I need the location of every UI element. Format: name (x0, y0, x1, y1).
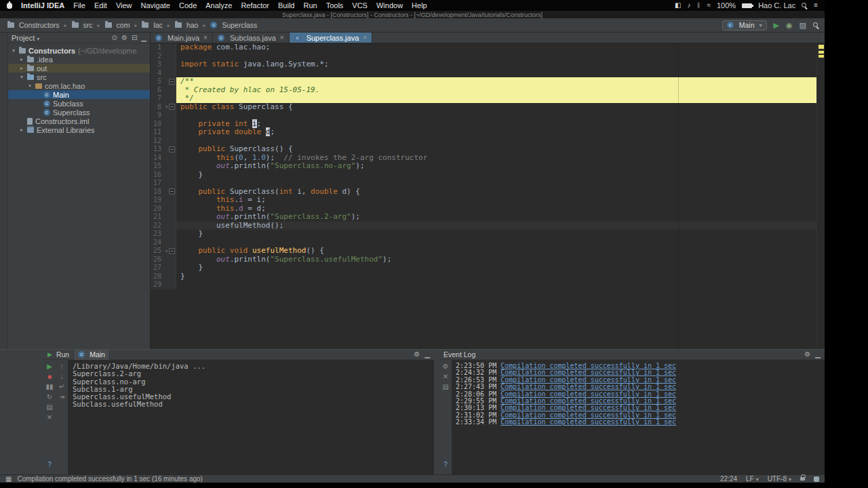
search-everywhere-icon[interactable] (813, 22, 819, 28)
code-line[interactable]: 26 out.println("Superclass.usefulMethod"… (151, 256, 816, 264)
fold-marker-icon[interactable] (169, 79, 175, 85)
stripe-mark[interactable] (818, 51, 824, 54)
coverage-icon[interactable]: ▨ (800, 22, 806, 29)
code-line[interactable]: 6 * Created by hlac on 15-05-19. (151, 86, 816, 95)
apple-menu-icon[interactable] (7, 3, 12, 9)
menu-item-view[interactable]: View (116, 1, 132, 9)
run-console[interactable]: /Library/Java/Home/bin/java ...Superclas… (68, 360, 434, 474)
menu-item-build[interactable]: Build (278, 1, 294, 9)
menu-item-tools[interactable]: Tools (326, 1, 344, 9)
menu-item-analyze[interactable]: Analyze (205, 1, 232, 9)
help-icon[interactable]: ? (443, 462, 448, 468)
fold-marker-icon[interactable] (169, 104, 175, 110)
lock-icon[interactable] (800, 477, 805, 481)
menu-item-vcs[interactable]: VCS (352, 1, 368, 9)
event-message-link[interactable]: Compilation completed successfully in 1 … (500, 384, 676, 390)
tab-subclass-java[interactable]: Subclass.java (213, 33, 290, 43)
close-icon[interactable] (280, 34, 284, 41)
fold-marker-icon[interactable] (169, 248, 175, 254)
bluetooth-icon[interactable]: ᛒ (696, 2, 701, 9)
collapse-all-icon[interactable]: ⊟ (132, 35, 137, 41)
code-line[interactable]: 28} (151, 272, 816, 281)
volume-icon[interactable]: ♪ (687, 2, 690, 9)
code-line[interactable]: 22 usefulMethod(); (151, 222, 816, 230)
tree-item-superclass[interactable]: Superclass (8, 108, 150, 117)
restore-layout-icon[interactable]: ↻ (47, 394, 52, 401)
menu-item-help[interactable]: Help (412, 1, 427, 9)
clear-icon[interactable]: ✕ (47, 414, 52, 421)
app-menu[interactable]: IntelliJ IDEA (21, 1, 64, 9)
tree-item-constructors-iml[interactable]: Constructors.iml (8, 117, 150, 125)
caret-position[interactable]: 22:24 (720, 475, 737, 483)
debug-icon[interactable]: ◉ (786, 22, 793, 29)
tree-item-out[interactable]: ▸out (8, 64, 150, 73)
event-message-link[interactable]: Compilation completed successfully in 1 … (500, 377, 676, 384)
code-line[interactable]: 16 } (151, 171, 816, 180)
notification-center-icon[interactable]: ≡ (814, 2, 818, 9)
pause-icon[interactable]: ▮▮ (45, 384, 53, 390)
event-message-link[interactable]: Compilation completed successfully in 1 … (500, 369, 676, 376)
event-message-link[interactable]: Compilation completed successfully in 1 … (500, 398, 676, 405)
tree-expand-arrow[interactable]: ▸ (20, 65, 27, 71)
scroll-to-end-icon[interactable]: ⇥ (59, 394, 64, 401)
tree-expand-arrow[interactable]: ▸ (20, 56, 27, 62)
code-line[interactable]: 27 } (151, 264, 816, 272)
event-message-link[interactable]: Compilation completed successfully in 1 … (500, 391, 676, 398)
error-stripe[interactable] (816, 43, 825, 349)
code-line[interactable]: 15 out.println("Superclass.no-arg"); (151, 162, 816, 171)
breadcrumb-superclass[interactable]: Superclass (208, 20, 259, 30)
hide-panel-icon[interactable]: ▁ (141, 35, 146, 41)
scroll-from-source-icon[interactable]: ⊙ (112, 35, 117, 41)
run-tab-main[interactable]: Main (73, 350, 110, 360)
run-icon[interactable]: ▶ (774, 22, 779, 29)
line-separator-select[interactable]: LF (746, 475, 759, 483)
code-line[interactable]: 29 (151, 281, 816, 289)
code-line[interactable]: 4 (151, 69, 816, 78)
settings-icon[interactable]: ⚙ (443, 363, 449, 370)
status-message[interactable]: Compilation completed successfully in 1 … (17, 475, 202, 483)
tree-item-main[interactable]: Main (8, 90, 150, 99)
tree-item-constructors[interactable]: ▾Constructors(~/GD/developme (8, 46, 150, 55)
minimize-icon[interactable]: ▁ (425, 351, 430, 358)
help-icon[interactable]: ? (47, 462, 52, 468)
up-stack-trace-icon[interactable]: ↑ (60, 363, 64, 370)
settings-icon[interactable]: ⚙ (804, 351, 810, 358)
rerun-icon[interactable]: ▶ (47, 363, 52, 370)
clear-all-icon[interactable]: ✕ (443, 373, 448, 380)
settings-icon[interactable]: ⚙ (121, 35, 127, 41)
down-stack-trace-icon[interactable]: ↓ (60, 373, 64, 380)
stripe-mark[interactable] (818, 55, 824, 58)
code-line[interactable]: 1package com.lac.hao; (151, 43, 816, 52)
tree-expand-arrow[interactable]: ▾ (20, 74, 27, 80)
code-line[interactable]: 11 private double d; (151, 128, 816, 137)
code-line[interactable]: 8public class Superclass { (151, 103, 816, 112)
tree-item--idea[interactable]: ▸.idea (8, 55, 150, 64)
menu-item-refactor[interactable]: Refactor (241, 1, 269, 9)
wifi-icon[interactable]: ≈ (707, 2, 711, 9)
project-view-select[interactable]: Project (12, 34, 39, 42)
code-editor[interactable]: 1package com.lac.hao;23import static jav… (151, 43, 816, 349)
event-log-list[interactable]: 2:23:50 PMCompilation completed successf… (452, 360, 825, 474)
tree-expand-arrow[interactable]: ▸ (20, 127, 27, 133)
fold-marker-icon[interactable] (169, 188, 175, 195)
minimize-icon[interactable]: ▁ (815, 351, 821, 358)
tree-item-com-lac-hao[interactable]: ▾com.lac.hao (8, 81, 150, 90)
tree-item-external-libraries[interactable]: ▸External Libraries (8, 125, 150, 134)
mark-all-read-icon[interactable]: ▤ (442, 384, 448, 390)
close-icon[interactable] (203, 34, 208, 41)
tree-expand-arrow[interactable]: ▾ (12, 47, 19, 54)
stop-icon[interactable]: ■ (47, 373, 52, 380)
print-icon[interactable]: ▤ (46, 404, 52, 411)
menu-item-file[interactable]: File (73, 1, 85, 9)
overridden-marker-icon[interactable] (165, 248, 168, 254)
menu-item-edit[interactable]: Edit (94, 1, 107, 9)
code-line[interactable]: 3import static java.lang.System.*; (151, 60, 816, 69)
tree-expand-arrow[interactable]: ▾ (28, 83, 35, 89)
spotlight-icon[interactable] (802, 3, 808, 9)
menu-item-navigate[interactable]: Navigate (141, 1, 170, 9)
event-message-link[interactable]: Compilation completed successfully in 1 … (500, 405, 676, 411)
breadcrumb-hao[interactable]: hao (173, 20, 201, 30)
event-message-link[interactable]: Compilation completed successfully in 1 … (500, 419, 676, 426)
tab-superclass-java[interactable]: Superclass.java (290, 33, 373, 43)
close-icon[interactable] (363, 34, 367, 41)
